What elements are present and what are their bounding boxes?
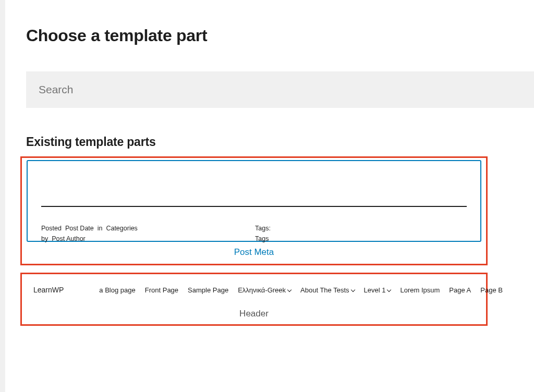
chevron-down-icon	[387, 288, 391, 292]
nav-item: Ελληνικά-Greek	[238, 286, 291, 294]
nav-item: About The Tests	[300, 286, 354, 294]
by-label: by	[41, 235, 48, 242]
post-date-placeholder: Post Date	[65, 225, 94, 232]
nav-item: Page B	[480, 286, 503, 294]
nav-item-label: Page A	[449, 286, 471, 294]
chevron-down-icon	[287, 288, 291, 292]
nav-item-label: Level 1	[364, 286, 386, 294]
left-edge-stripe	[0, 0, 5, 392]
nav-item: Front Page	[145, 286, 178, 294]
nav-item: Sample Page	[188, 286, 228, 294]
modal-content: Choose a template part Existing template…	[0, 0, 534, 326]
template-part-label: Post Meta	[22, 242, 486, 264]
template-part-option-post-meta[interactable]: Posted Post Date in Categories by Post A…	[20, 156, 488, 265]
page-title: Choose a template part	[26, 26, 534, 45]
nav-item: a Blog page	[99, 286, 135, 294]
header-nav: LearnWP a Blog page Front Page Sample Pa…	[33, 286, 475, 294]
post-author-placeholder: Post Author	[52, 235, 86, 242]
posted-label: Posted	[41, 225, 62, 232]
tags-label: Tags:	[255, 223, 297, 234]
site-brand: LearnWP	[33, 286, 64, 294]
section-heading: Existing template parts	[26, 135, 534, 149]
search-input[interactable]	[39, 71, 521, 108]
nav-item-label: Page B	[480, 286, 503, 294]
nav-item-label: a Blog page	[99, 286, 135, 294]
header-preview: LearnWP a Blog page Front Page Sample Pa…	[22, 274, 486, 294]
tags-placeholder: Tags	[255, 234, 297, 244]
nav-item: Level 1	[364, 286, 391, 294]
nav-item-label: Ελληνικά-Greek	[238, 286, 286, 294]
template-part-label: Header	[22, 294, 486, 324]
nav-item-label: Front Page	[145, 286, 178, 294]
nav-item: Page A	[449, 286, 471, 294]
post-meta-left: Posted Post Date in Categories by Post A…	[41, 223, 250, 244]
search-box[interactable]	[26, 71, 534, 108]
post-meta-line2: by Post Author	[41, 234, 250, 244]
categories-placeholder: Categories	[106, 225, 137, 232]
template-parts-list: Posted Post Date in Categories by Post A…	[26, 156, 534, 326]
template-part-option-header[interactable]: LearnWP a Blog page Front Page Sample Pa…	[20, 273, 488, 326]
nav-item-label: Lorem Ipsum	[400, 286, 440, 294]
separator-line	[41, 206, 467, 207]
post-meta-preview: Posted Post Date in Categories by Post A…	[27, 160, 481, 242]
post-meta-tags: Tags: Tags	[255, 223, 297, 244]
post-meta-text-row: Posted Post Date in Categories by Post A…	[41, 223, 467, 244]
nav-item-label: Sample Page	[188, 286, 228, 294]
post-meta-line1: Posted Post Date in Categories	[41, 223, 250, 234]
nav-item: Lorem Ipsum	[400, 286, 440, 294]
nav-item-label: About The Tests	[300, 286, 349, 294]
chevron-down-icon	[351, 288, 355, 292]
in-label: in	[98, 225, 103, 232]
